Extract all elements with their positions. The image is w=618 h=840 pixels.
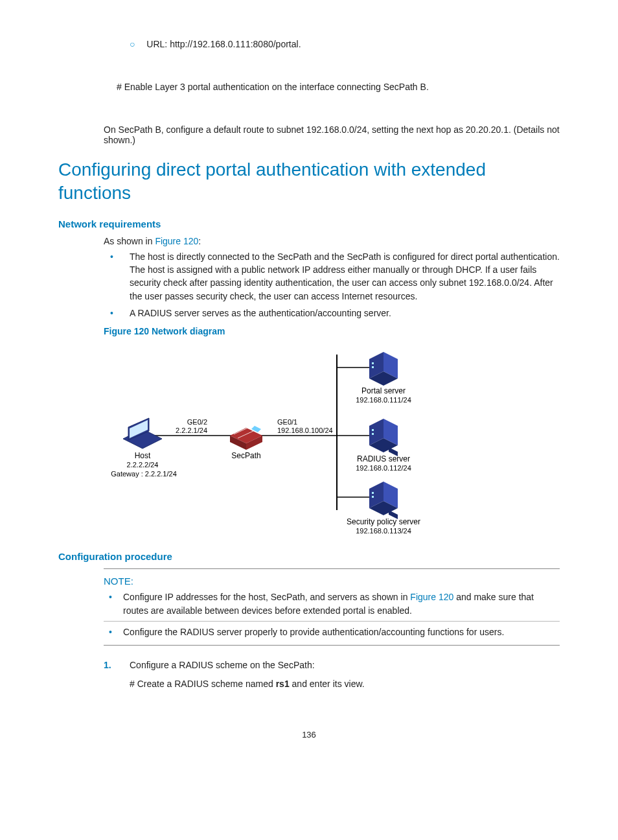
figure-link[interactable]: Figure 120 [155,236,198,246]
bullet-item: A RADIUS server serves as the authentica… [104,307,560,320]
url-text: URL: http://192.168.0.111:8080/portal. [146,39,301,49]
ge01: GE0/1 [277,418,297,426]
figure-caption: Figure 120 Network diagram [104,326,560,336]
bullet-list: The host is directly connected to the Se… [104,250,560,320]
host-gateway: Gateway : 2.2.2.1/24 [111,470,177,478]
steps-list: 1. Configure a RADIUS scheme on the SecP… [104,659,560,691]
bullet-item: The host is directly connected to the Se… [104,250,560,303]
url-sub-bullet: ○ URL: http://192.168.0.111:8080/portal. [130,39,560,49]
step-text: Configure a RADIUS scheme on the SecPath… [130,660,315,670]
svg-rect-18 [372,362,374,364]
security-label: Security policy server [347,517,420,526]
host-label: Host [135,451,151,460]
note-item: Configure the RADIUS server properly to … [104,621,560,638]
figure-link[interactable]: Figure 120 [410,592,453,602]
page-number: 136 [58,730,560,740]
step-number: 1. [104,659,111,672]
radius-label: RADIUS server [357,454,410,463]
intro-line: As shown in Figure 120: [104,236,560,246]
step-item: 1. Configure a RADIUS scheme on the SecP… [104,659,560,691]
note-box: NOTE: Configure IP addresses for the hos… [104,568,560,646]
ge01-ip: 192.168.0.100/24 [277,426,333,434]
note-title: NOTE: [104,576,560,587]
portal-ip: 192.168.0.111/24 [356,396,411,404]
heading-config-proc: Configuration procedure [58,551,560,562]
svg-rect-30 [372,496,374,498]
network-diagram: Host 2.2.2.2/24 Gateway : 2.2.2.1/24 Sec… [104,342,560,538]
svg-rect-24 [372,433,374,435]
ge02-ip: 2.2.2.1/24 [176,426,207,434]
ge02: GE0/2 [187,418,207,426]
security-ip: 192.168.0.113/24 [356,527,411,535]
circle-icon: ○ [130,39,135,49]
host-ip: 2.2.2.2/24 [127,461,159,469]
secpath-label: SecPath [231,451,260,460]
radius-ip: 192.168.0.112/24 [356,464,411,472]
svg-rect-23 [372,429,374,431]
paragraph-route: On SecPath B, configure a default route … [104,124,560,145]
step-sub: # Create a RADIUS scheme named rs1 and e… [130,677,560,691]
svg-rect-29 [372,492,374,494]
heading-network-req: Network requirements [58,218,560,229]
portal-label: Portal server [361,386,406,395]
hash-instruction: # Enable Layer 3 portal authentication o… [117,82,560,92]
svg-rect-19 [372,366,374,368]
heading-main: Configuring direct portal authentication… [58,158,560,205]
note-item: Configure IP addresses for the host, Sec… [104,590,560,617]
